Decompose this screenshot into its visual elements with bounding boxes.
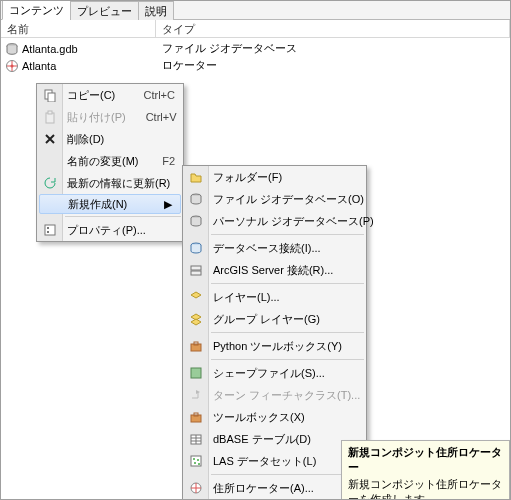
menu-paste: 貼り付け(P) Ctrl+V — [37, 106, 183, 128]
item-name: Atlanta.gdb — [22, 43, 78, 55]
properties-icon — [42, 222, 58, 238]
menu-delete[interactable]: 削除(D) — [37, 128, 183, 150]
tooltip: 新規コンポジット住所ロケーター 新規コンポジット住所ロケーターを作成します — [341, 440, 510, 500]
menu-new-pgdb[interactable]: パーソナル ジオデータベース(P) — [183, 210, 366, 232]
svg-point-23 — [197, 459, 199, 461]
list-item[interactable]: Atlanta.gdb ファイル ジオデータベース — [1, 40, 510, 57]
column-header: 名前 タイプ — [1, 20, 510, 38]
svg-rect-14 — [191, 271, 201, 275]
toolbox-icon — [188, 409, 204, 425]
svg-rect-8 — [47, 227, 49, 229]
server-icon — [188, 262, 204, 278]
shapefile-icon — [188, 365, 204, 381]
item-type: ファイル ジオデータベース — [156, 41, 510, 56]
tooltip-body: 新規コンポジット住所ロケーターを作成します — [348, 477, 503, 500]
list-item[interactable]: Atlanta ロケーター — [1, 57, 510, 74]
context-menu: コピー(C) Ctrl+C 貼り付け(P) Ctrl+V 削除(D) 名前の変更… — [36, 83, 184, 242]
menu-label: Python ツールボックス(Y) — [213, 339, 342, 354]
las-icon — [188, 453, 204, 469]
svg-point-22 — [193, 458, 195, 460]
menu-label: 新規作成(N) — [68, 197, 127, 212]
toolbox-icon — [188, 338, 204, 354]
menu-separator — [211, 332, 364, 333]
menu-new-layer[interactable]: レイヤー(L)... — [183, 286, 366, 308]
menu-refresh[interactable]: 最新の情報に更新(R) F5 — [37, 172, 183, 194]
rename-icon — [42, 153, 58, 169]
menu-label: コピー(C) — [67, 88, 115, 103]
svg-point-24 — [194, 462, 196, 464]
menu-label: フォルダー(F) — [213, 170, 282, 185]
menu-new-grouplayer[interactable]: グループ レイヤー(G) — [183, 308, 366, 330]
tab-preview[interactable]: プレビュー — [70, 1, 139, 20]
menu-copy[interactable]: コピー(C) Ctrl+C — [37, 84, 183, 106]
geodatabase-icon — [188, 213, 204, 229]
locator-icon — [5, 59, 19, 73]
tab-contents[interactable]: コンテンツ — [2, 0, 71, 20]
tooltip-title: 新規コンポジット住所ロケーター — [348, 445, 503, 475]
menu-label: 貼り付け(P) — [67, 110, 126, 125]
copy-icon — [42, 87, 58, 103]
menu-separator — [211, 283, 364, 284]
item-list: Atlanta.gdb ファイル ジオデータベース Atlanta ロケーター — [1, 38, 510, 76]
menu-separator — [211, 234, 364, 235]
tab-label: コンテンツ — [9, 4, 64, 16]
menu-new-las[interactable]: LAS データセット(L) — [183, 450, 366, 472]
submenu-arrow-icon: ▶ — [154, 198, 172, 211]
svg-rect-13 — [191, 266, 201, 270]
database-connection-icon — [188, 240, 204, 256]
menu-new-toolbox[interactable]: ツールボックス(X) — [183, 406, 366, 428]
tab-label: プレビュー — [77, 5, 132, 17]
menu-label: シェープファイル(S)... — [213, 366, 325, 381]
delete-icon — [42, 131, 58, 147]
menu-new-turnfc: ターン フィーチャクラス(T)... — [183, 384, 366, 406]
shortcut-hint: F2 — [142, 155, 175, 167]
refresh-icon — [42, 175, 58, 191]
menu-label: 削除(D) — [67, 132, 104, 147]
context-submenu-new: フォルダー(F) ファイル ジオデータベース(O) パーソナル ジオデータベース… — [182, 165, 367, 500]
menu-label: LAS データセット(L) — [213, 454, 316, 469]
menu-label: 最新の情報に更新(R) — [67, 176, 170, 191]
new-icon — [43, 197, 59, 213]
menu-new-folder[interactable]: フォルダー(F) — [183, 166, 366, 188]
menu-label: ArcGIS Server 接続(R)... — [213, 263, 333, 278]
menu-new-dbf[interactable]: dBASE テーブル(D) — [183, 428, 366, 450]
menu-label: パーソナル ジオデータベース(P) — [213, 214, 374, 229]
item-name: Atlanta — [22, 60, 56, 72]
menu-label: ツールボックス(X) — [213, 410, 305, 425]
svg-rect-17 — [191, 368, 201, 378]
geodatabase-icon — [188, 191, 204, 207]
menu-label: レイヤー(L)... — [213, 290, 280, 305]
svg-rect-6 — [48, 111, 52, 114]
geodatabase-icon — [5, 42, 19, 56]
menu-new-pytoolbox[interactable]: Python ツールボックス(Y) — [183, 335, 366, 357]
menu-new-ags[interactable]: ArcGIS Server 接続(R)... — [183, 259, 366, 281]
menu-properties[interactable]: プロパティ(P)... — [37, 219, 183, 241]
menu-label: ターン フィーチャクラス(T)... — [213, 388, 360, 403]
tab-info[interactable]: 説明 — [138, 1, 174, 20]
menu-rename[interactable]: 名前の変更(M) F2 — [37, 150, 183, 172]
menu-new-dbconn[interactable]: データベース接続(I)... — [183, 237, 366, 259]
locator-icon — [188, 480, 204, 496]
menu-label: dBASE テーブル(D) — [213, 432, 311, 447]
menu-label: グループ レイヤー(G) — [213, 312, 320, 327]
menu-label: ファイル ジオデータベース(O) — [213, 192, 364, 207]
table-icon — [188, 431, 204, 447]
menu-new-address-locator[interactable]: 住所ロケーター(A)... — [183, 477, 366, 499]
menu-new-filegdb[interactable]: ファイル ジオデータベース(O) — [183, 188, 366, 210]
catalog-window: コンテンツ プレビュー 説明 名前 タイプ Atlanta.gdb ファイル ジ… — [0, 0, 511, 500]
menu-separator — [211, 359, 364, 360]
svg-point-2 — [11, 64, 14, 67]
svg-rect-4 — [48, 93, 55, 102]
menu-separator — [65, 216, 181, 217]
menu-label: データベース接続(I)... — [213, 241, 321, 256]
folder-icon — [188, 169, 204, 185]
item-type: ロケーター — [156, 58, 510, 73]
menu-new[interactable]: 新規作成(N) ▶ — [39, 194, 181, 214]
menu-label: 住所ロケーター(A)... — [213, 481, 314, 496]
col-name[interactable]: 名前 — [1, 20, 156, 37]
layer-icon — [188, 289, 204, 305]
shortcut-hint: Ctrl+V — [126, 111, 177, 123]
col-type[interactable]: タイプ — [156, 20, 510, 37]
turn-icon — [188, 387, 204, 403]
menu-new-shapefile[interactable]: シェープファイル(S)... — [183, 362, 366, 384]
